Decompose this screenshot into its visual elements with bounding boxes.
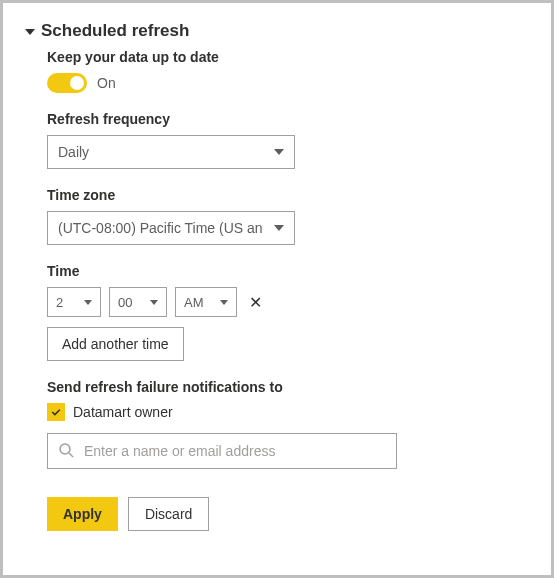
time-ampm-value: AM <box>184 295 204 310</box>
time-hour-value: 2 <box>56 295 63 310</box>
section-header[interactable]: Scheduled refresh <box>25 21 529 41</box>
frequency-value: Daily <box>58 144 89 160</box>
section-title: Scheduled refresh <box>41 21 189 41</box>
chevron-down-icon <box>274 225 284 231</box>
notify-label: Send refresh failure notifications to <box>47 379 529 395</box>
timezone-label: Time zone <box>47 187 529 203</box>
chevron-down-icon <box>220 300 228 305</box>
time-ampm-select[interactable]: AM <box>175 287 237 317</box>
discard-button[interactable]: Discard <box>128 497 209 531</box>
toggle-state-label: On <box>97 75 116 91</box>
remove-time-button[interactable]: ✕ <box>245 293 266 312</box>
frequency-select[interactable]: Daily <box>47 135 295 169</box>
toggle-knob <box>70 76 84 90</box>
chevron-down-icon <box>150 300 158 305</box>
time-minute-value: 00 <box>118 295 132 310</box>
timezone-value: (UTC-08:00) Pacific Time (US an <box>58 220 263 236</box>
notify-owner-checkbox[interactable] <box>47 403 65 421</box>
chevron-down-icon <box>84 300 92 305</box>
check-icon <box>50 406 62 418</box>
time-label: Time <box>47 263 529 279</box>
add-another-time-button[interactable]: Add another time <box>47 327 184 361</box>
keep-data-toggle[interactable] <box>47 73 87 93</box>
discard-label: Discard <box>145 506 192 522</box>
svg-line-1 <box>69 453 73 457</box>
time-row: 2 00 AM ✕ <box>47 287 529 317</box>
chevron-down-icon <box>274 149 284 155</box>
time-hour-select[interactable]: 2 <box>47 287 101 317</box>
notify-email-input-wrapper <box>47 433 397 469</box>
frequency-label: Refresh frequency <box>47 111 529 127</box>
keep-data-toggle-row: On <box>47 73 529 93</box>
notify-email-input[interactable] <box>84 443 386 459</box>
add-another-time-label: Add another time <box>62 336 169 352</box>
search-icon <box>58 442 74 461</box>
svg-point-0 <box>60 444 70 454</box>
notify-owner-row: Datamart owner <box>47 403 529 421</box>
notify-owner-label: Datamart owner <box>73 404 173 420</box>
apply-label: Apply <box>63 506 102 522</box>
section-content: Keep your data up to date On Refresh fre… <box>25 49 529 531</box>
timezone-select[interactable]: (UTC-08:00) Pacific Time (US an <box>47 211 295 245</box>
caret-down-icon <box>25 29 35 35</box>
time-minute-select[interactable]: 00 <box>109 287 167 317</box>
keep-data-label: Keep your data up to date <box>47 49 529 65</box>
action-row: Apply Discard <box>47 497 529 531</box>
apply-button[interactable]: Apply <box>47 497 118 531</box>
